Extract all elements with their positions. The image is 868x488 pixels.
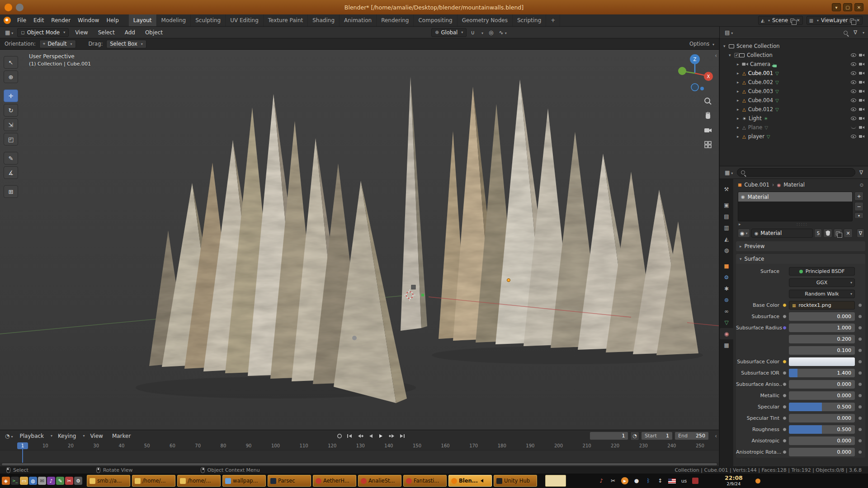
render-visibility-icon[interactable] xyxy=(859,62,864,66)
outliner-row-scene-collection[interactable]: ▾ Scene Collection xyxy=(720,42,868,51)
measure-tool[interactable]: ∡ xyxy=(4,166,18,179)
hide-eye-icon[interactable] xyxy=(851,71,856,75)
animate-dot[interactable] xyxy=(859,371,862,375)
rotate-tool[interactable]: ↻ xyxy=(4,104,18,117)
menu-marker[interactable]: Marker xyxy=(108,430,134,441)
subsurface-radius-x-slider[interactable]: 1.000 xyxy=(789,324,855,332)
region-collapse-icon[interactable]: ‹ xyxy=(715,433,717,439)
orthographic-grid-icon[interactable] xyxy=(703,140,712,149)
gizmo-y-axis[interactable] xyxy=(678,67,686,75)
prev-keyframe-button[interactable] xyxy=(356,432,364,440)
media-player-icon[interactable]: ♪ xyxy=(47,477,55,485)
options-dropdown[interactable]: Options ▾ xyxy=(689,41,714,47)
orientation-dropdown[interactable]: ⌖ Default▾ xyxy=(39,40,76,48)
render-visibility-icon[interactable] xyxy=(859,80,864,84)
animate-dot[interactable] xyxy=(859,405,862,408)
tab-modifiers[interactable]: ⚙ xyxy=(720,272,733,283)
taskbar-window-analie[interactable]: AnalieSt... xyxy=(358,475,401,487)
jump-to-end-button[interactable] xyxy=(398,432,406,440)
shade-button[interactable]: ▾ xyxy=(832,3,841,11)
menu-playback[interactable]: Playback xyxy=(16,430,48,441)
auto-keying-icon[interactable] xyxy=(335,432,344,440)
expand-icon[interactable]: ▸ xyxy=(737,125,742,130)
material-slot-active[interactable]: ◉ Material xyxy=(738,192,852,202)
outliner-row-plane[interactable]: ▸ △ Plane ▽ xyxy=(720,123,868,132)
mail-icon[interactable]: ✉ xyxy=(38,477,46,485)
outliner-row-cube-003[interactable]: ▸ △ Cube.003 ▽ xyxy=(720,87,868,96)
metallic-slider[interactable]: 0.000 xyxy=(789,391,855,400)
status-dot-icon[interactable] xyxy=(755,479,760,483)
new-material-icon[interactable] xyxy=(834,229,842,238)
distribution-dropdown[interactable]: GGX▾ xyxy=(789,278,855,287)
expand-icon[interactable]: ▾ xyxy=(729,53,734,57)
outliner-row-collection[interactable]: ▾ ✓ Collection xyxy=(720,51,868,60)
region-collapse-icon[interactable]: ‹ xyxy=(715,52,717,59)
taskbar-window-smb[interactable]: smb://a... xyxy=(87,475,130,487)
tab-layout[interactable]: Layout xyxy=(129,14,157,26)
taskbar-window-aether[interactable]: AetherH... xyxy=(313,475,356,487)
pin-icon[interactable]: ⊙ xyxy=(860,183,863,188)
clock[interactable]: 22:08 2/9/24 xyxy=(725,475,743,486)
subsurface-method-dropdown[interactable]: Random Walk▾ xyxy=(789,290,855,298)
menu-keying[interactable]: Keying xyxy=(54,430,80,441)
fake-user-shield-icon[interactable] xyxy=(823,229,832,238)
menu-view[interactable]: View xyxy=(71,27,91,38)
light-object-origin[interactable] xyxy=(507,279,510,282)
menu-add[interactable]: Add xyxy=(121,27,139,38)
animate-dot[interactable] xyxy=(859,417,862,420)
expand-icon[interactable]: ▸ xyxy=(737,116,742,121)
outliner-row-cube-002[interactable]: ▸ △ Cube.002 ▽ xyxy=(720,78,868,87)
editor-type-icon[interactable]: ▦▾ xyxy=(4,29,14,36)
scene-selector[interactable]: ◭▾ Scene ✕ xyxy=(758,16,802,25)
menu-file[interactable]: File xyxy=(14,14,30,26)
animate-dot[interactable] xyxy=(859,349,862,352)
web-browser-icon[interactable]: ◍ xyxy=(29,477,37,485)
render-visibility-icon[interactable] xyxy=(859,135,864,138)
transform-orientation-dropdown[interactable]: ⊕ Global▾ xyxy=(431,28,467,37)
tab-tool[interactable]: ⚒ xyxy=(720,183,733,195)
screenshot-icon[interactable]: ✂ xyxy=(609,477,617,484)
frame-end-field[interactable]: End250 xyxy=(675,432,709,440)
snap-options-icon[interactable]: ▾ xyxy=(479,29,485,36)
select-box-tool[interactable]: ↖ xyxy=(4,56,18,69)
play-button[interactable] xyxy=(377,432,385,440)
proportional-falloff-icon[interactable]: ∿▾ xyxy=(498,29,508,36)
tab-scene[interactable]: ◭ xyxy=(720,233,733,244)
expand-icon[interactable]: ▸ xyxy=(737,107,742,112)
proportional-editing-icon[interactable]: ◎ xyxy=(487,29,495,36)
annotate-tool[interactable]: ✎ xyxy=(4,152,18,164)
tab-uv-editing[interactable]: UV Editing xyxy=(226,14,264,26)
tab-compositing[interactable]: Compositing xyxy=(414,14,457,26)
specular-slider[interactable]: 0.500 xyxy=(789,403,855,411)
tab-constraints[interactable]: ∞ xyxy=(720,305,733,317)
tab-rendering[interactable]: Rendering xyxy=(377,14,414,26)
viewlayer-selector[interactable]: ▥▾ ViewLayer ✕ xyxy=(807,16,863,25)
browse-material-icon[interactable]: ◉▾ xyxy=(738,229,750,238)
bluetooth-icon[interactable]: ᛒ xyxy=(645,477,652,484)
hidden-eye-icon[interactable] xyxy=(851,126,856,129)
properties-search-input[interactable] xyxy=(737,168,855,177)
app-menu-icon[interactable]: ◈ xyxy=(2,477,10,485)
material-name-field[interactable]: ◉ Material xyxy=(751,229,813,238)
menu-render[interactable]: Render xyxy=(47,14,74,26)
expand-icon[interactable]: ▾ xyxy=(723,44,729,48)
specular-tint-slider[interactable]: 0.000 xyxy=(789,414,855,422)
animate-dot[interactable] xyxy=(859,304,862,307)
expand-icon[interactable]: ▸ xyxy=(737,71,742,75)
unlink-material-icon[interactable]: ✕ xyxy=(844,229,852,238)
tab-scripting[interactable]: Scripting xyxy=(513,14,546,26)
small-object[interactable] xyxy=(352,336,357,340)
hide-eye-icon[interactable] xyxy=(851,89,856,93)
hide-eye-icon[interactable] xyxy=(851,62,856,66)
tab-shading[interactable]: Shading xyxy=(308,14,340,26)
material-slot-list[interactable]: ◉ Material xyxy=(738,192,853,221)
hide-eye-icon[interactable] xyxy=(851,108,856,111)
animate-dot[interactable] xyxy=(859,383,862,386)
cursor-tool[interactable]: ⊕ xyxy=(4,70,18,83)
timeline-editor-type-icon[interactable]: ◔▾ xyxy=(4,433,14,439)
taskbar-window-home-2[interactable]: /home/... xyxy=(177,475,221,487)
surface-shader-dropdown[interactable]: Principled BSDF xyxy=(789,267,855,276)
screenshot-tool-icon[interactable]: ✂ xyxy=(65,477,73,485)
menu-edit[interactable]: Edit xyxy=(30,14,47,26)
surface-panel-header[interactable]: ▾ Surface xyxy=(736,254,865,264)
